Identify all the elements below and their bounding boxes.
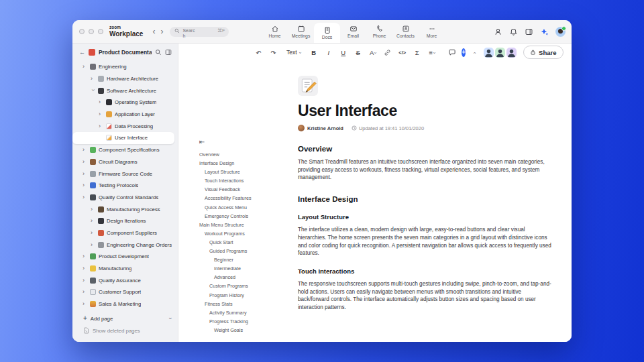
sidebar-tree-item[interactable]: › Customer Support bbox=[72, 286, 174, 298]
sidebar-tree-item[interactable]: › Engineering bbox=[72, 61, 174, 73]
text-style-dropdown[interactable]: Text› bbox=[284, 49, 303, 56]
chevron-down-icon[interactable]: › bbox=[167, 318, 174, 320]
toc-item[interactable]: Touch Interactions bbox=[199, 176, 286, 185]
sidebar-tree-item[interactable]: › Manufacturing Process bbox=[72, 203, 174, 215]
sidebar-tree-item[interactable]: › Component Suppliers bbox=[72, 227, 174, 239]
tab-email[interactable]: Email bbox=[340, 20, 366, 43]
chevron-up-icon: › bbox=[472, 52, 478, 54]
list-format-button[interactable]: ≡› bbox=[425, 47, 438, 58]
side-panel-icon[interactable] bbox=[525, 27, 533, 36]
link-button[interactable] bbox=[381, 47, 394, 58]
text-color-button[interactable]: A› bbox=[366, 47, 379, 58]
microscope-icon bbox=[90, 278, 96, 284]
toc-item[interactable]: Progress Tracking bbox=[199, 317, 286, 326]
doc-section: Touch Interactions bbox=[298, 267, 551, 275]
toc-item[interactable]: Quick Access Menu bbox=[199, 203, 286, 212]
share-button[interactable]: Share bbox=[523, 46, 563, 59]
bold-button[interactable]: B bbox=[307, 47, 320, 58]
strikethrough-button[interactable]: S bbox=[352, 47, 364, 58]
toc-item[interactable]: Activity Summary bbox=[199, 308, 286, 317]
sidebar-tree-item[interactable]: › Software Architecture bbox=[72, 84, 174, 97]
underline-button[interactable]: U bbox=[337, 47, 350, 58]
construction-worker-icon bbox=[90, 265, 96, 272]
toc-item[interactable]: Main Menu Structure bbox=[199, 221, 286, 229]
sidebar-tree-item[interactable]: › Operating System bbox=[72, 97, 174, 109]
chevron-right-icon: › bbox=[91, 76, 95, 82]
sidebar-tree-item[interactable]: › User Interface bbox=[72, 132, 174, 144]
redo-button[interactable]: ↷ bbox=[267, 47, 280, 58]
smartphone-icon bbox=[106, 99, 112, 105]
toc-item[interactable]: Visual Feedback bbox=[199, 185, 286, 194]
document[interactable]: User Interface Kristine Arnold Updated a… bbox=[298, 76, 551, 312]
back-button[interactable]: ‹ bbox=[150, 27, 158, 36]
collaborator-avatar[interactable] bbox=[484, 48, 494, 58]
collapse-toc-icon[interactable]: ⇤ bbox=[199, 138, 205, 145]
tab-phone[interactable]: Phone bbox=[366, 20, 392, 43]
global-search-input[interactable]: Search ⌘F bbox=[170, 27, 229, 37]
tab-home[interactable]: Home bbox=[262, 20, 288, 43]
toc-item[interactable]: Beginner bbox=[199, 255, 286, 264]
sidebar-tree-item[interactable]: › Quality Assurance bbox=[72, 274, 174, 286]
toc-item[interactable]: Custom Programs bbox=[199, 282, 286, 290]
zoom-window-button[interactable] bbox=[98, 29, 103, 34]
sidebar-back-icon[interactable]: ← bbox=[79, 49, 85, 56]
sidebar-tree-item[interactable]: › Application Layer bbox=[72, 109, 174, 121]
collapse-toolbar-button[interactable]: › bbox=[469, 47, 482, 58]
toc-item[interactable]: Workout Programs bbox=[199, 229, 286, 238]
italic-button[interactable]: I bbox=[322, 47, 335, 58]
tab-more[interactable]: More bbox=[419, 20, 445, 43]
toc-item[interactable]: Interface Design bbox=[199, 159, 286, 168]
ai-add-button[interactable]: + bbox=[462, 48, 466, 57]
sidebar-tree-item[interactable]: › Component Specifications bbox=[72, 144, 174, 156]
memo-icon[interactable] bbox=[298, 76, 318, 96]
ai-sparkle-icon[interactable] bbox=[540, 27, 549, 36]
forward-button[interactable]: › bbox=[158, 27, 166, 36]
toc-item[interactable]: Intermediate bbox=[199, 264, 286, 273]
doc-section: Layout Structure bbox=[298, 213, 551, 221]
collaborator-avatar[interactable] bbox=[495, 48, 505, 58]
toc-item[interactable]: Fitness Stats bbox=[199, 300, 286, 308]
add-page-button[interactable]: + Add page › bbox=[72, 313, 178, 325]
sidebar-tree-item[interactable]: › Manufacturing bbox=[72, 263, 174, 275]
toc-item[interactable]: Guided Programs bbox=[199, 247, 286, 255]
toc-item[interactable]: Accessibility Features bbox=[199, 194, 286, 202]
sidebar-tree-item[interactable]: › Quality Control Standards bbox=[72, 192, 174, 204]
close-window-button[interactable] bbox=[79, 29, 85, 34]
profile-icon[interactable] bbox=[494, 27, 502, 36]
chevron-right-icon: › bbox=[83, 278, 87, 284]
account-avatar[interactable] bbox=[555, 27, 566, 37]
show-deleted-pages-button[interactable]: Show deleted pages bbox=[72, 324, 178, 337]
sidebar-tree-item[interactable]: › Data Processing bbox=[72, 120, 174, 132]
sidebar-tree-item[interactable]: › Product Development bbox=[72, 251, 174, 263]
undo-button[interactable]: ↶ bbox=[252, 47, 265, 58]
toc-item[interactable]: Program History bbox=[199, 291, 286, 300]
author-name: Kristine Arnold bbox=[307, 125, 343, 131]
sidebar-tree-item[interactable]: › Firmware Source Code bbox=[72, 168, 174, 180]
sidebar-tree-item[interactable]: › Circuit Diagrams bbox=[72, 156, 174, 168]
sidebar-tree-item[interactable]: › Sales & Marketing bbox=[72, 298, 174, 310]
toc-item[interactable]: Advanced bbox=[199, 273, 286, 282]
sidebar-tree-item[interactable]: › Hardware Architecture bbox=[72, 73, 174, 85]
sidebar-tree-item[interactable]: › Testing Protocols bbox=[72, 180, 174, 192]
bell-icon[interactable] bbox=[509, 27, 518, 36]
collapse-sidebar-icon[interactable] bbox=[165, 49, 172, 56]
comment-button[interactable] bbox=[445, 47, 458, 58]
gear-icon bbox=[90, 64, 96, 70]
chevron-down-icon: › bbox=[90, 89, 96, 94]
minimize-window-button[interactable] bbox=[89, 29, 94, 34]
sidebar-search-icon[interactable] bbox=[155, 49, 162, 56]
toc-item[interactable]: Overview bbox=[199, 150, 286, 159]
toc-item[interactable]: Quick Start bbox=[199, 238, 286, 247]
toc-item[interactable]: Emergency Controls bbox=[199, 212, 286, 221]
code-button[interactable]: </> bbox=[396, 47, 409, 58]
tab-contacts[interactable]: Contacts bbox=[392, 20, 419, 43]
sidebar-tree-item[interactable]: › Design Iterations bbox=[72, 215, 174, 227]
equation-button[interactable]: Σ bbox=[411, 47, 423, 58]
toc-item[interactable]: Weight Goals bbox=[199, 326, 286, 335]
tab-docs[interactable]: Docs bbox=[314, 23, 340, 43]
toc-item[interactable]: Layout Structure bbox=[199, 168, 286, 176]
sidebar: ← Product Documenta... › Engineering bbox=[72, 44, 178, 342]
collaborator-avatar[interactable] bbox=[506, 48, 517, 58]
sidebar-tree-item[interactable]: › Engineering Change Orders bbox=[72, 239, 174, 251]
tab-meetings[interactable]: Meetings bbox=[288, 20, 314, 43]
